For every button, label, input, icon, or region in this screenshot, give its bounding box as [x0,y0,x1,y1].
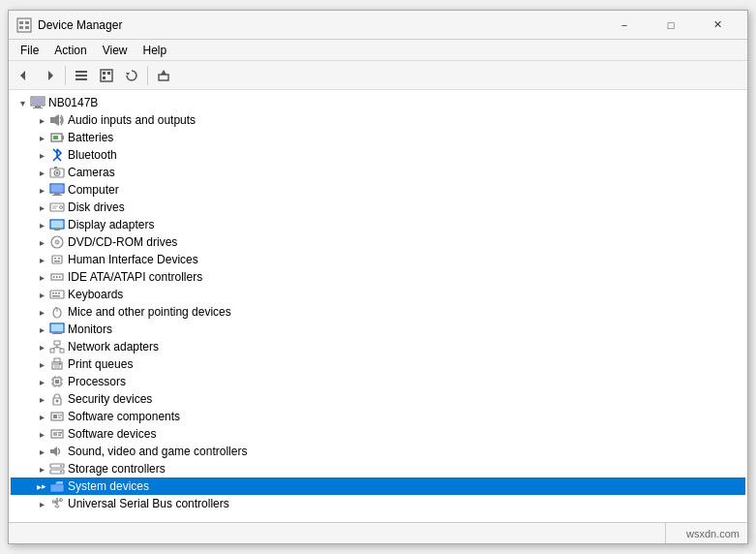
processors-label: Processors [68,375,126,388]
monitors-expand-icon[interactable] [34,322,49,337]
menu-view[interactable]: View [95,41,136,60]
svg-rect-25 [53,136,58,139]
tree-item-disk[interactable]: Disk drives [11,199,745,216]
svg-rect-61 [51,324,63,331]
svg-rect-3 [19,26,23,29]
batteries-expand-icon[interactable] [34,130,49,145]
disk-expand-icon[interactable] [34,200,49,215]
network-expand-icon[interactable] [34,339,49,354]
tree-item-cameras[interactable]: Cameras [11,164,745,181]
tree-item-monitors[interactable]: Monitors [11,321,745,338]
minimize-button[interactable]: − [602,11,647,40]
keyboards-label: Keyboards [68,288,123,301]
root-label: NB0147B [48,96,98,109]
print-label: Print queues [68,357,133,371]
tree-item-computer[interactable]: Computer [11,181,745,199]
svg-rect-89 [58,415,62,416]
audio-label: Audio inputs and outputs [68,113,196,127]
bluetooth-expand-icon[interactable] [34,147,49,163]
svg-marker-16 [161,70,166,75]
usb-expand-icon[interactable] [34,496,49,511]
cameras-expand-icon[interactable] [34,165,49,180]
show-hide-button[interactable] [70,64,93,87]
tree-item-storage[interactable]: Storage controllers [11,460,745,477]
forward-button[interactable] [38,64,61,87]
tree-item-ide[interactable]: IDE ATA/ATAPI controllers [11,268,745,286]
svg-rect-64 [54,341,60,345]
svg-rect-56 [52,295,60,297]
menu-file[interactable]: File [13,41,46,60]
security-icon [49,391,65,407]
tree-item-display[interactable]: Display adapters [11,216,745,233]
sysdev-expand-icon[interactable]: ▸ [34,478,49,494]
hid-icon [49,252,65,267]
mice-expand-icon[interactable] [34,304,49,320]
svg-rect-24 [62,136,64,139]
maximize-button[interactable]: □ [649,11,693,40]
title-bar: Device Manager − □ ✕ [9,11,747,40]
tree-item-processors[interactable]: Processors [11,373,745,390]
svg-rect-31 [51,185,63,192]
svg-point-43 [56,241,57,242]
audio-expand-icon[interactable] [34,112,49,128]
root-expand-icon[interactable] [15,95,30,110]
tree-item-print[interactable]: Print queues [11,355,745,373]
tree-item-bluetooth[interactable]: Bluetooth [11,146,745,164]
softcomp-expand-icon[interactable] [34,409,49,424]
security-expand-icon[interactable] [34,391,49,407]
update-driver-button[interactable] [152,64,175,87]
tree-item-keyboards[interactable]: Keyboards [11,286,745,303]
storage-expand-icon[interactable] [34,461,49,477]
computer-expand-icon[interactable] [34,182,49,198]
sound-icon [49,444,65,459]
svg-rect-18 [32,98,44,105]
tree-view[interactable]: NB0147B Audio inputs and outputs [11,92,745,520]
cameras-label: Cameras [68,166,115,179]
cameras-icon [49,165,65,180]
dvd-expand-icon[interactable] [34,234,49,250]
tree-item-batteries[interactable]: Batteries [11,129,745,146]
sysdev-icon [49,478,65,494]
display-label: Display adapters [68,218,154,231]
scan-button[interactable] [120,64,143,87]
properties-button[interactable] [95,64,118,87]
menu-action[interactable]: Action [46,41,94,60]
svg-rect-94 [58,435,61,437]
print-expand-icon[interactable] [34,356,49,372]
softdev-expand-icon[interactable] [34,426,49,442]
status-text [13,523,666,543]
svg-rect-10 [101,70,112,81]
forward-icon [43,69,56,82]
monitors-icon [49,322,65,337]
tree-root[interactable]: NB0147B [11,94,745,111]
tree-item-softcomp[interactable]: Software components [11,408,745,425]
ide-expand-icon[interactable] [34,269,49,285]
sound-expand-icon[interactable] [34,444,49,459]
hid-expand-icon[interactable] [34,252,49,267]
back-button[interactable] [13,64,36,87]
tree-item-sound[interactable]: Sound, video and game controllers [11,443,745,460]
close-button[interactable]: ✕ [695,11,740,40]
tree-item-hid[interactable]: Human Interface Devices [11,251,745,268]
tree-item-dvd[interactable]: DVD/CD-ROM drives [11,233,745,251]
svg-rect-8 [76,75,87,77]
status-right: wsxdn.com [666,523,743,543]
tree-item-usb[interactable]: Universal Serial Bus controllers [11,495,745,512]
menu-help[interactable]: Help [136,41,175,60]
bluetooth-label: Bluetooth [68,148,117,162]
svg-rect-39 [51,221,63,228]
svg-rect-21 [50,117,54,123]
tree-item-audio[interactable]: Audio inputs and outputs [11,111,745,129]
mice-icon [49,304,65,320]
keyboards-expand-icon[interactable] [34,287,49,302]
disk-label: Disk drives [68,200,125,214]
tree-item-security[interactable]: Security devices [11,390,745,408]
usb-label: Universal Serial Bus controllers [68,497,229,510]
processors-expand-icon[interactable] [34,374,49,389]
display-expand-icon[interactable] [34,217,49,232]
tree-item-softdev[interactable]: Software devices [11,425,745,443]
tree-item-sysdev[interactable]: ▸ System devices [11,477,745,495]
tree-item-network[interactable]: Network adapters [11,338,745,355]
toolbar-separator-2 [147,66,148,85]
tree-item-mice[interactable]: Mice and other pointing devices [11,303,745,321]
